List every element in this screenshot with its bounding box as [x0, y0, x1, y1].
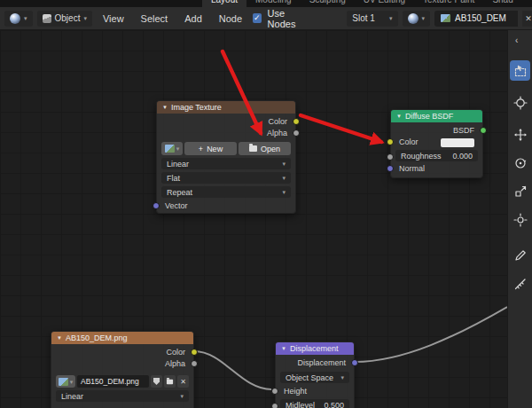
image-id-row: ▾ AB150_DEM.png ✕ — [56, 375, 189, 388]
cursor-icon — [513, 96, 528, 110]
node-image-texture-header[interactable]: ▼ Image Texture — [157, 101, 295, 114]
chevron-down-icon: ▾ — [282, 175, 286, 181]
normal-input-socket[interactable] — [387, 165, 394, 172]
folder-icon — [249, 145, 257, 152]
menu-select[interactable]: Select — [135, 13, 175, 24]
node-displacement[interactable]: ▼ Displacement Displacement Object Space… — [275, 341, 355, 408]
input-label: Normal — [399, 164, 425, 173]
node-image-texture[interactable]: ▼ Image Texture Color Alpha ▾ + New — [156, 100, 296, 214]
node-title: Displacement — [290, 344, 339, 353]
image-icon — [441, 14, 450, 22]
alpha-output-socket[interactable] — [191, 360, 198, 367]
color-swatch[interactable] — [441, 138, 474, 147]
shader-mode-label: Object — [55, 13, 81, 23]
browse-image-dropdown[interactable]: ▾ — [161, 142, 183, 155]
collapse-icon[interactable]: ▼ — [57, 335, 62, 341]
projection-value: Flat — [167, 174, 180, 183]
roughness-value: 0.000 — [452, 152, 473, 161]
bsdf-output-socket[interactable] — [480, 127, 487, 134]
tool-transform-button[interactable] — [510, 209, 530, 230]
collapse-icon[interactable]: ▼ — [396, 114, 402, 119]
chevron-down-icon: ▾ — [422, 15, 426, 21]
midlevel-label: Midlevel — [286, 401, 315, 408]
node-title: Diffuse BSDF — [405, 112, 453, 121]
shader-mode-dropdown[interactable]: Object ▾ — [37, 11, 92, 27]
open-file-button[interactable] — [164, 375, 176, 388]
output-row-bsdf: BSDF — [391, 125, 482, 137]
chevron-down-icon: ▾ — [83, 15, 87, 21]
use-nodes-checkbox[interactable]: ✓ — [253, 13, 262, 23]
output-label: Color — [166, 348, 185, 357]
new-label: New — [207, 145, 223, 153]
new-image-button[interactable]: + New — [184, 142, 237, 155]
extension-dropdown[interactable]: Repeat ▾ — [161, 186, 291, 198]
color-output-socket[interactable] — [293, 118, 300, 125]
node-title: AB150_DEM.png — [66, 333, 128, 342]
collapse-icon[interactable]: ▼ — [281, 346, 286, 351]
tab-uv-editing[interactable]: UV Editing — [355, 0, 414, 7]
datablock-name: AB150_DEM — [455, 13, 506, 23]
rotate-icon — [513, 156, 528, 170]
image-name-field[interactable]: AB150_DEM.png — [77, 375, 149, 388]
midlevel-slider[interactable]: Midlevel 0.500 — [280, 399, 349, 408]
space-dropdown[interactable]: Object Space ▾ — [280, 372, 349, 383]
output-row-color: Color — [51, 347, 193, 358]
tab-shading[interactable]: Shad — [483, 0, 521, 7]
displacement-output-socket[interactable] — [351, 359, 358, 366]
roughness-input-socket[interactable] — [387, 153, 394, 161]
tool-scale-button[interactable] — [510, 181, 530, 201]
midlevel-input-socket[interactable] — [271, 403, 278, 408]
material-preview-dropdown[interactable]: ▾ — [403, 11, 431, 27]
fake-user-button[interactable] — [151, 375, 162, 388]
input-row-height: Height — [276, 386, 354, 397]
tool-rotate-button[interactable] — [510, 153, 530, 173]
tab-sculpting[interactable]: Sculpting — [301, 0, 355, 7]
tool-measure-button[interactable] — [510, 273, 530, 294]
collapse-icon[interactable]: ▼ — [162, 105, 168, 110]
image-datablock-field[interactable]: AB150_DEM — [434, 11, 518, 27]
menu-add[interactable]: Add — [178, 13, 208, 24]
tab-texture-paint[interactable]: Texture Paint — [414, 0, 483, 7]
open-image-button[interactable]: Open — [239, 142, 291, 155]
chevron-left-icon[interactable]: ‹ — [515, 35, 518, 45]
color-input-socket[interactable] — [387, 138, 394, 145]
slot-label: Slot 1 — [352, 13, 375, 23]
output-label: Color — [268, 117, 287, 126]
tool-move-button[interactable] — [510, 124, 530, 145]
interpolation-dropdown[interactable]: Linear ▾ — [161, 158, 291, 169]
node-diffuse-header[interactable]: ▼ Diffuse BSDF — [391, 110, 482, 122]
vector-input-socket[interactable] — [153, 202, 160, 209]
node-displacement-header[interactable]: ▼ Displacement — [276, 342, 354, 355]
editor-type-dropdown[interactable]: ▾ — [4, 11, 33, 27]
menu-node[interactable]: Node — [213, 13, 248, 24]
transform-icon — [513, 213, 528, 227]
projection-dropdown[interactable]: Flat ▾ — [161, 172, 291, 184]
chevron-down-icon: ▾ — [180, 393, 184, 399]
tab-modeling[interactable]: Modeling — [246, 0, 301, 7]
tab-layout[interactable]: Layout — [202, 0, 246, 7]
color-output-socket[interactable] — [191, 349, 198, 356]
menu-view[interactable]: View — [97, 13, 130, 24]
tool-box-select-button[interactable] — [510, 60, 530, 81]
shader-editor-header: ▾ Object ▾ View Select Add Node ✓ Use No… — [0, 7, 532, 30]
node-canvas[interactable]: ▼ Image Texture Color Alpha ▾ + New — [0, 30, 507, 408]
roughness-slider[interactable]: Roughness 0.000 — [395, 150, 478, 161]
browse-image-dropdown[interactable]: ▾ — [56, 375, 75, 388]
chevron-down-icon: ▾ — [282, 161, 286, 167]
unlink-image-button[interactable]: ✕ — [177, 375, 189, 388]
scale-icon — [513, 184, 528, 199]
tool-annotate-button[interactable] — [510, 245, 530, 265]
output-row-color: Color — [157, 116, 295, 128]
alpha-output-socket[interactable] — [293, 129, 300, 137]
node-image-file-header[interactable]: ▼ AB150_DEM.png — [51, 332, 193, 344]
node-image-file[interactable]: ▼ AB150_DEM.png Color Alpha ▾ AB150_DEM.… — [51, 331, 194, 408]
tool-cursor-button[interactable] — [510, 92, 530, 113]
midlevel-value: 0.500 — [324, 401, 344, 408]
height-input-socket[interactable] — [271, 388, 278, 395]
node-diffuse-bsdf[interactable]: ▼ Diffuse BSDF BSDF Color Roughness 0.00… — [390, 109, 483, 178]
shader-editor-icon — [10, 13, 20, 24]
chevron-down-icon: ▾ — [70, 379, 74, 385]
slot-dropdown[interactable]: Slot 1 ▾ — [347, 11, 397, 27]
interpolation-dropdown[interactable]: Linear ▾ — [56, 390, 189, 402]
unlink-datablock-button[interactable]: ✕ — [522, 11, 532, 27]
